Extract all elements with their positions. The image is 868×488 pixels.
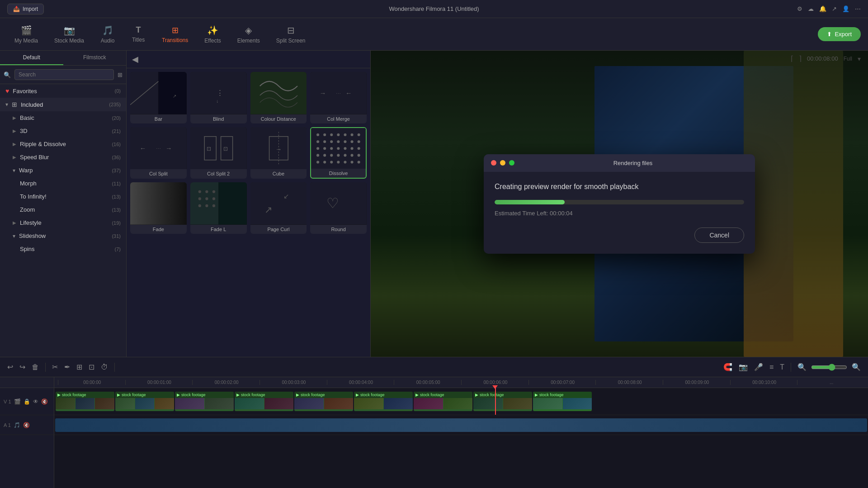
transition-card-col-split[interactable]: ← ⋯ → Col Split — [130, 127, 187, 179]
delete-button[interactable]: 🗑 — [30, 361, 41, 373]
toolbar-transitions[interactable]: ⊞ Transitions — [155, 22, 195, 47]
sidebar-item-speed-blur[interactable]: ▶ Speed Blur (36) — [0, 151, 126, 164]
zoom-in-button[interactable]: 🔍 — [850, 361, 863, 373]
clock-button[interactable]: ⏱ — [99, 361, 110, 373]
warp-count: (37) — [112, 168, 121, 173]
mic-button[interactable]: 🎤 — [752, 361, 765, 373]
search-input[interactable] — [14, 69, 114, 80]
redo-button[interactable]: ↪ — [18, 361, 27, 373]
svg-rect-62 — [190, 182, 218, 225]
transition-card-page-curl[interactable]: ↗ ↙ Page Curl — [250, 182, 307, 234]
music-mute-icon[interactable]: 🔇 — [23, 422, 30, 428]
sidebar-item-3d[interactable]: ▶ 3D (21) — [0, 124, 126, 137]
stock-media-icon: 📷 — [64, 25, 75, 36]
svg-point-38 — [351, 140, 354, 143]
sidebar-item-morph[interactable]: Morph (11) — [0, 177, 126, 190]
transition-card-bar[interactable]: ↗ Bar — [130, 72, 187, 123]
svg-point-32 — [358, 133, 360, 136]
col-split-2-name: Col Split 2 — [190, 169, 247, 178]
my-media-icon: 🎬 — [21, 25, 32, 36]
video-clip-1[interactable]: ▶ stock footage — [56, 392, 114, 411]
dialog-close-dot[interactable] — [491, 160, 496, 166]
undo-button[interactable]: ↩ — [5, 361, 15, 373]
svg-text:↙: ↙ — [283, 193, 289, 200]
align-button[interactable]: ≡ — [768, 361, 775, 373]
svg-point-40 — [316, 147, 319, 150]
effects-label: Effects — [204, 38, 221, 44]
sidebar-item-ripple[interactable]: ▶ Ripple & Dissolve (16) — [0, 137, 126, 151]
transition-card-cube[interactable]: → Cube — [250, 127, 307, 179]
toolbar-split-screen[interactable]: ⊟ Split Screen — [269, 21, 313, 47]
zoom-out-button[interactable]: 🔍 — [796, 361, 808, 373]
tab-default[interactable]: Default — [0, 51, 63, 65]
dialog-minimize-dot[interactable] — [500, 160, 505, 166]
ripple-label: Ripple & Dissolve — [20, 141, 66, 147]
transition-card-dissolve[interactable]: Dissolve — [310, 127, 367, 179]
video-lock-icon[interactable]: 🔒 — [24, 398, 30, 405]
zoom-label: Zoom — [20, 206, 35, 213]
video-clip-8[interactable]: ▶ stock footage — [473, 392, 532, 411]
import-button[interactable]: 📥 Import — [7, 4, 44, 14]
text-btn[interactable]: T — [778, 361, 786, 373]
toolbar-stock-media[interactable]: 📷 Stock Media — [47, 21, 91, 47]
video-clip-7[interactable]: ▶ stock footage — [414, 392, 472, 411]
transition-card-fade-l[interactable]: Fade L — [190, 182, 247, 234]
transition-card-colour-distance[interactable]: Colour Distance — [250, 72, 307, 123]
svg-rect-63 — [218, 182, 246, 225]
sidebar-item-lifestyle[interactable]: ▶ Lifestyle (19) — [0, 216, 126, 229]
share-icon[interactable]: ↗ — [832, 5, 837, 12]
timeline-scroll-area[interactable]: 00:00:00 00:00:01:00 00:00:02:00 00:00:0… — [54, 377, 868, 488]
sidebar-item-zoom[interactable]: Zoom (13) — [0, 203, 126, 216]
scroll-left-button[interactable]: ◀ — [128, 52, 142, 66]
app-title: Wondershare Filmora 11 (Untitled) — [389, 5, 479, 12]
transition-card-fade[interactable]: Fade — [130, 182, 187, 234]
grid-layout-icon[interactable]: ⊞ — [118, 71, 123, 78]
pen-button[interactable]: ✒ — [62, 361, 72, 373]
zoom-slider[interactable] — [811, 364, 847, 371]
cloud-icon[interactable]: ☁ — [808, 5, 814, 12]
sidebar-item-slideshow[interactable]: ▾ Slideshow (31) — [0, 229, 126, 242]
magnet-button[interactable]: 🧲 — [722, 361, 734, 373]
sidebar-item-basic[interactable]: ▶ Basic (20) — [0, 111, 126, 124]
toolbar-my-media[interactable]: 🎬 My Media — [7, 21, 45, 47]
video-clip-6[interactable]: ▶ stock footage — [354, 392, 413, 411]
transition-card-round[interactable]: ♡ Round — [310, 182, 367, 234]
toolbar-audio[interactable]: 🎵 Audio — [93, 21, 122, 47]
transition-card-col-split-2[interactable]: ⊡ ⊡ Col Split 2 — [190, 127, 247, 179]
split-button[interactable]: ⊞ — [75, 361, 84, 373]
crop-button[interactable]: ⊡ — [87, 361, 96, 373]
video-clip-5[interactable]: ▶ stock footage — [294, 392, 353, 411]
transition-card-col-merge[interactable]: → ⋯ ← Col Merge — [310, 72, 367, 123]
music-clip[interactable] — [55, 418, 867, 432]
video-clip-2[interactable]: ▶ stock footage — [115, 392, 174, 411]
toolbar-titles[interactable]: T Titles — [124, 22, 153, 47]
dialog-maximize-dot[interactable] — [509, 160, 514, 166]
tab-filmstock[interactable]: Filmstock — [63, 51, 127, 65]
notification-icon[interactable]: 🔔 — [819, 5, 826, 12]
sidebar-item-included[interactable]: ▾ ⊞ Included (235) — [0, 98, 126, 111]
toolbar-elements[interactable]: ◈ Elements — [230, 21, 267, 47]
video-eye-icon[interactable]: 👁 — [33, 398, 38, 405]
svg-point-70 — [198, 204, 201, 207]
toolbar-effects[interactable]: ✨ Effects — [197, 21, 228, 47]
more-icon[interactable]: ⋯ — [855, 5, 861, 12]
account-icon[interactable]: 👤 — [842, 5, 849, 12]
settings-icon[interactable]: ⚙ — [797, 5, 802, 12]
sidebar-item-favorites[interactable]: ♥ Favorites (0) — [0, 84, 126, 98]
cancel-button[interactable]: Cancel — [694, 227, 744, 243]
playhead[interactable] — [495, 388, 496, 415]
video-track-label-row: V 1 🎬 🔒 👁 🔇 — [0, 388, 54, 415]
sidebar-item-to-infinity[interactable]: To Infinity! (13) — [0, 190, 126, 203]
sidebar-item-spins[interactable]: Spins (7) — [0, 242, 126, 256]
video-mute-icon[interactable]: 🔇 — [41, 398, 48, 405]
video-clip-9[interactable]: ▶ stock footage — [533, 392, 592, 411]
transition-card-blind[interactable]: ⋮ ↓ Blind — [190, 72, 247, 123]
clip-thumb-1-2 — [75, 398, 95, 409]
export-button[interactable]: ⬆ Export — [818, 27, 861, 41]
camera-button[interactable]: 📷 — [737, 361, 750, 373]
sidebar-item-warp[interactable]: ▾ Warp (37) — [0, 164, 126, 177]
video-clip-4[interactable]: ▶ stock footage — [235, 392, 293, 411]
video-clip-3[interactable]: ▶ stock footage — [175, 392, 234, 411]
cut-button[interactable]: ✂ — [50, 361, 60, 373]
svg-point-29 — [337, 133, 340, 136]
